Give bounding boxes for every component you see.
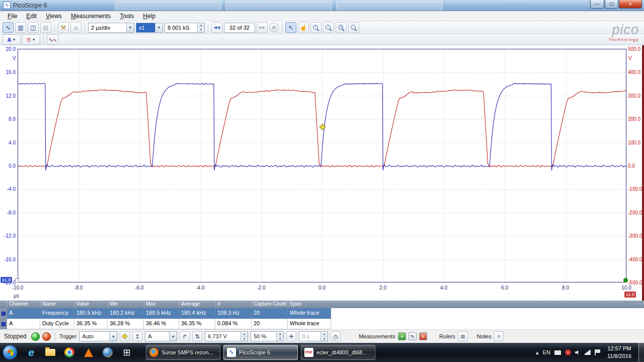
persistence-view-button[interactable]: ◫: [28, 22, 39, 33]
title-bar[interactable]: ∿ PicoScope 6 — ▢ ×: [0, 0, 644, 11]
channel-offset-marker[interactable]: [15, 278, 19, 282]
measurement-row[interactable]: AFrequency180.5 kHz180.2 kHz180.5 kHz180…: [0, 308, 644, 319]
spectrum-view-button[interactable]: ▥: [15, 22, 26, 33]
menu-edit[interactable]: Edit: [22, 12, 41, 21]
trigger-mode-select[interactable]: Auto ▼: [79, 331, 117, 341]
pan-tool-button[interactable]: ☝: [298, 22, 309, 33]
select-tool-button[interactable]: ↖: [285, 22, 296, 33]
col-header-capture-count[interactable]: Capture Count: [252, 301, 288, 308]
timebase-select[interactable]: 2 µs/div ▼: [88, 23, 134, 33]
zoom-full-button[interactable]: ▫: [348, 22, 359, 33]
buffer-position-box[interactable]: 32 of 32: [224, 23, 255, 33]
setup-wizard-button[interactable]: ⚒: [58, 22, 69, 33]
delay-units-button[interactable]: ◷: [331, 331, 341, 341]
start-capture-button[interactable]: [31, 332, 40, 341]
menu-views[interactable]: Views: [41, 12, 66, 21]
taskbar-icon-internet-explorer[interactable]: e: [25, 346, 38, 359]
taskbar-icon-apps[interactable]: ⊞: [120, 346, 133, 359]
right-axis-zoom-badge[interactable]: x1.0: [624, 292, 636, 298]
undo-zoom-button[interactable]: ↺: [336, 22, 347, 33]
zoom-in-button[interactable]: +: [310, 22, 321, 33]
clock[interactable]: 12:57 PM 11/8/2016: [607, 345, 631, 360]
taskbar-task[interactable]: PDFecler_dt4800_dt68...: [301, 345, 375, 360]
buffer-overview-button[interactable]: ⊘: [269, 23, 279, 32]
row-indicator: [0, 319, 7, 329]
trigger-delay-spinner[interactable]: 0 s ▲▼: [299, 331, 328, 341]
col-header-name[interactable]: Name: [40, 301, 74, 308]
spinner-arrows[interactable]: ▲▼: [197, 23, 204, 32]
add-measurement-button[interactable]: +: [398, 332, 406, 340]
channel-b-button[interactable]: B ▼: [22, 34, 40, 45]
show-desktop-button[interactable]: [638, 343, 644, 362]
left-axis-tick: 4.0: [1, 140, 16, 146]
left-axis-zoom-badge[interactable]: x1.0: [1, 277, 12, 283]
volume-icon[interactable]: [575, 350, 581, 355]
action-center-icon[interactable]: [595, 349, 600, 355]
spinner-arrows[interactable]: ▲▼: [320, 332, 328, 341]
tray-alert-icon[interactable]: ×: [565, 349, 571, 355]
notes-button[interactable]: ≡: [494, 331, 504, 341]
rising-edge-button[interactable]: ↱: [180, 331, 190, 341]
trigger-source-select[interactable]: A ▼: [145, 331, 177, 341]
taskbar-task[interactable]: ∿PicoScope 6: [223, 345, 298, 360]
waveform-plot[interactable]: [18, 49, 626, 282]
tray-language[interactable]: EN: [543, 349, 550, 355]
spinner-arrows[interactable]: ▲▼: [276, 332, 283, 341]
scope-view-button[interactable]: ∿: [3, 22, 14, 33]
collapse-table-button[interactable]: -: [639, 301, 641, 307]
network-icon[interactable]: [585, 350, 591, 355]
samples-spinner[interactable]: 8.001 kS ▲▼: [165, 23, 205, 33]
zoom-out-button[interactable]: −: [323, 22, 334, 33]
menu-tools[interactable]: Tools: [115, 12, 138, 21]
left-axis[interactable]: 20.016.012.08.04.00.0-4.0-8.0-12.0-16.0-…: [0, 49, 17, 282]
edit-measurement-button[interactable]: ✎: [409, 332, 417, 340]
pre-trigger-value: 50 %: [251, 332, 276, 341]
restore-button[interactable]: ▢: [605, 0, 618, 9]
close-button[interactable]: ×: [619, 0, 642, 9]
awg-output-marker[interactable]: [623, 278, 628, 282]
menu-file[interactable]: File: [3, 12, 22, 21]
measurements-header[interactable]: Channel Name Value Min Max Average σ Cap…: [0, 301, 644, 308]
pre-trigger-spinner[interactable]: 50 % ▲▼: [251, 331, 284, 341]
add-view-button[interactable]: ▤: [40, 22, 51, 33]
trigger-level-spinner[interactable]: 6.737 V ▲▼: [205, 331, 248, 341]
x-axis-tick: 4.0: [433, 285, 455, 291]
measurement-cell: 36.35 %: [74, 319, 108, 329]
rulers-button[interactable]: ▤: [458, 331, 468, 341]
home-button[interactable]: ⌂: [70, 22, 82, 33]
x-axis[interactable]: -10.0-8.0-6.0-4.0-2.00.02.04.06.08.010.0: [18, 285, 626, 291]
col-header-span[interactable]: Span: [288, 301, 331, 308]
taskbar-task[interactable]: Surse SMPS rezon...: [146, 345, 220, 360]
taskbar-icon-player[interactable]: [101, 346, 114, 359]
minimize-button[interactable]: —: [590, 0, 604, 9]
menu-help[interactable]: Help: [138, 12, 160, 21]
menu-measurements[interactable]: Measurements: [66, 12, 115, 21]
channel-a-button[interactable]: A ▼: [3, 34, 21, 45]
col-header-sigma[interactable]: σ: [215, 301, 252, 308]
tray-expand-icon[interactable]: ▴: [536, 349, 539, 356]
spinner-arrows[interactable]: ▲▼: [240, 332, 248, 341]
delete-measurement-button[interactable]: ×: [419, 332, 427, 340]
col-header-value[interactable]: Value: [74, 301, 108, 308]
signal-generator-button[interactable]: ∿✎: [47, 34, 58, 45]
trigger-marker-button[interactable]: [120, 331, 130, 341]
col-header-channel[interactable]: Channel: [7, 301, 40, 308]
col-header-min[interactable]: Min: [108, 301, 144, 308]
taskbar-icon-media[interactable]: [82, 346, 95, 359]
col-header-max[interactable]: Max: [144, 301, 179, 308]
taskbar-icon-explorer[interactable]: [44, 346, 57, 359]
next-buffers-button[interactable]: ▶▶: [257, 22, 268, 33]
window-edge-strip: [642, 45, 644, 301]
start-button[interactable]: [3, 345, 18, 360]
advanced-trigger-button[interactable]: ⇅: [192, 331, 202, 341]
col-header-average[interactable]: Average: [179, 301, 215, 308]
measurement-row[interactable]: ADuty Cycle36.35 %36.28 %36.46 %36.35 %0…: [0, 319, 644, 329]
prev-buffers-button[interactable]: ◀◀: [211, 22, 222, 33]
taskbar-icon-chrome[interactable]: [63, 346, 76, 359]
zoom-factor-select[interactable]: x1 ▼: [136, 23, 163, 33]
keyboard-icon[interactable]: [554, 350, 561, 355]
stop-capture-button[interactable]: [42, 332, 51, 341]
crosshair-icon: ✛: [289, 333, 294, 340]
trigger-arrow-button[interactable]: ↥: [132, 331, 142, 341]
set-trigger-reference-button[interactable]: ✛: [286, 331, 296, 341]
